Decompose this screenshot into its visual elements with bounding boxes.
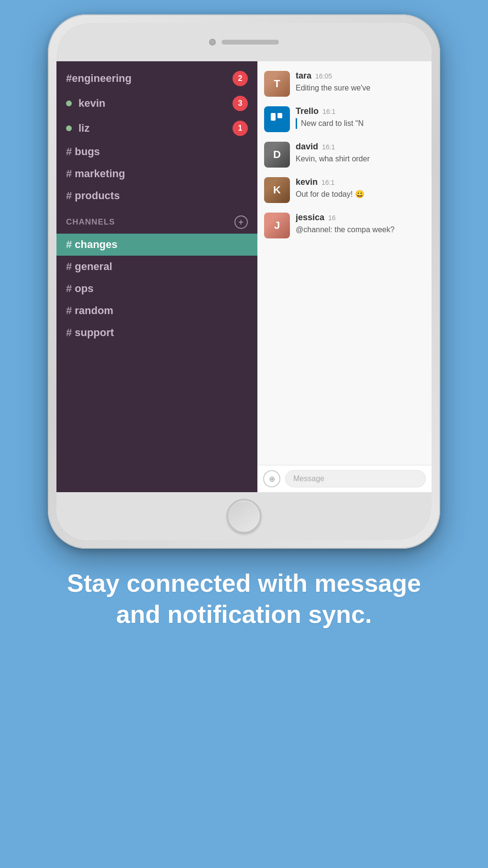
phone-outer: # engineering 2 kevin 3 xyxy=(48,14,440,549)
avatar-trello xyxy=(264,106,290,132)
sender-jessica: jessica xyxy=(296,213,324,223)
hash-bugs: # xyxy=(66,146,72,158)
message-david: D david 16:1 Kevin, wha shirt order xyxy=(257,137,432,172)
message-trello: Trello 16:1 New card to list "N xyxy=(257,101,432,137)
hash-changes: # xyxy=(66,238,72,251)
liz-badge: 1 xyxy=(233,121,248,136)
phone-screen: # engineering 2 kevin 3 xyxy=(56,61,432,492)
text-jessica: @channel: the compa week? xyxy=(296,225,425,235)
hash-products: # xyxy=(66,190,72,202)
phone-speaker xyxy=(222,40,279,45)
sidebar-item-engineering[interactable]: # engineering 2 xyxy=(56,66,257,91)
channels-section-header: CHANNELS + xyxy=(56,207,257,234)
message-content-jessica: jessica 16 @channel: the compa week? xyxy=(296,213,425,235)
chat-input-bar: ⊕ Message xyxy=(257,465,432,492)
sidebar-item-general[interactable]: # general xyxy=(56,256,257,278)
avatar-jessica: J xyxy=(264,213,290,238)
hash-marketing: # xyxy=(66,168,72,180)
sender-kevin: kevin xyxy=(296,177,318,187)
phone-wrapper: # engineering 2 kevin 3 xyxy=(48,14,440,549)
sidebar-item-marketing[interactable]: # marketing xyxy=(56,163,257,185)
svg-rect-2 xyxy=(277,113,282,118)
kevin-badge: 3 xyxy=(233,96,248,111)
text-david: Kevin, wha shirt order xyxy=(296,154,425,164)
sidebar-item-random[interactable]: # random xyxy=(56,300,257,322)
sidebar-item-support[interactable]: # support xyxy=(56,322,257,344)
message-tara: T tara 16:05 Editing the sure we've xyxy=(257,66,432,101)
hash-ops: # xyxy=(66,282,72,295)
trello-logo-icon xyxy=(268,111,286,128)
online-dot-liz xyxy=(66,125,72,131)
sender-tara: tara xyxy=(296,71,311,81)
home-button[interactable] xyxy=(227,499,261,533)
hash-icon: # xyxy=(66,72,72,85)
sidebar-item-products[interactable]: # products xyxy=(56,185,257,207)
channels-label: CHANNELS xyxy=(66,217,115,227)
text-tara: Editing the sure we've xyxy=(296,83,425,93)
time-tara: 16:05 xyxy=(315,72,332,80)
engineering-label: engineering xyxy=(72,72,132,85)
time-kevin: 16:1 xyxy=(322,179,334,186)
message-content-tara: tara 16:05 Editing the sure we've xyxy=(296,71,425,93)
message-placeholder: Message xyxy=(293,474,324,483)
sender-trello: Trello xyxy=(296,106,319,116)
hash-random: # xyxy=(66,304,72,317)
attach-button[interactable]: ⊕ xyxy=(263,470,280,487)
kevin-label: kevin xyxy=(78,97,233,110)
message-header-jessica: jessica 16 xyxy=(296,213,425,223)
message-jessica: J jessica 16 @channel: the compa week? xyxy=(257,208,432,243)
text-kevin: Out for de today! 😀 xyxy=(296,189,425,200)
message-content-kevin: kevin 16:1 Out for de today! 😀 xyxy=(296,177,425,200)
message-kevin: K kevin 16:1 Out for de today! 😀 xyxy=(257,172,432,208)
time-david: 16:1 xyxy=(322,143,335,151)
time-trello: 16:1 xyxy=(322,108,335,115)
message-header-trello: Trello 16:1 xyxy=(296,106,425,116)
hash-general: # xyxy=(66,260,72,273)
svg-rect-1 xyxy=(271,113,276,121)
engineering-badge: 2 xyxy=(233,71,248,86)
avatar-david: D xyxy=(264,142,290,168)
chat-area: T tara 16:05 Editing the sure we've xyxy=(257,61,432,492)
text-trello: New card to list "N xyxy=(296,118,425,129)
sidebar-item-liz[interactable]: liz 1 xyxy=(56,116,257,141)
sidebar-item-kevin[interactable]: kevin 3 xyxy=(56,91,257,116)
message-header-kevin: kevin 16:1 xyxy=(296,177,425,187)
sidebar-item-bugs[interactable]: # bugs xyxy=(56,141,257,163)
online-dot-kevin xyxy=(66,101,72,106)
chat-messages: T tara 16:05 Editing the sure we've xyxy=(257,61,432,465)
message-input[interactable]: Message xyxy=(285,470,426,487)
time-jessica: 16 xyxy=(328,214,336,222)
phone-camera xyxy=(209,39,216,45)
sidebar-item-ops[interactable]: # ops xyxy=(56,278,257,300)
sidebar-top: # engineering 2 kevin 3 xyxy=(56,61,257,346)
message-header-david: david 16:1 xyxy=(296,142,425,152)
message-content-trello: Trello 16:1 New card to list "N xyxy=(296,106,425,129)
message-content-david: david 16:1 Kevin, wha shirt order xyxy=(296,142,425,164)
hash-support: # xyxy=(66,327,72,339)
avatar-kevin: K xyxy=(264,177,290,203)
add-channel-button[interactable]: + xyxy=(234,215,248,229)
phone-top-bar xyxy=(56,23,432,61)
tagline-text: Stay connected with message and notifica… xyxy=(67,568,421,630)
sender-david: david xyxy=(296,142,318,152)
liz-label: liz xyxy=(78,122,233,135)
sidebar-item-changes[interactable]: # changes xyxy=(56,234,257,256)
message-header-tara: tara 16:05 xyxy=(296,71,425,81)
tagline-area: Stay connected with message and notifica… xyxy=(38,568,450,630)
avatar-tara: T xyxy=(264,71,290,97)
phone-bottom-bar xyxy=(56,492,432,540)
phone-inner: # engineering 2 kevin 3 xyxy=(56,23,432,540)
sidebar: # engineering 2 kevin 3 xyxy=(56,61,257,492)
